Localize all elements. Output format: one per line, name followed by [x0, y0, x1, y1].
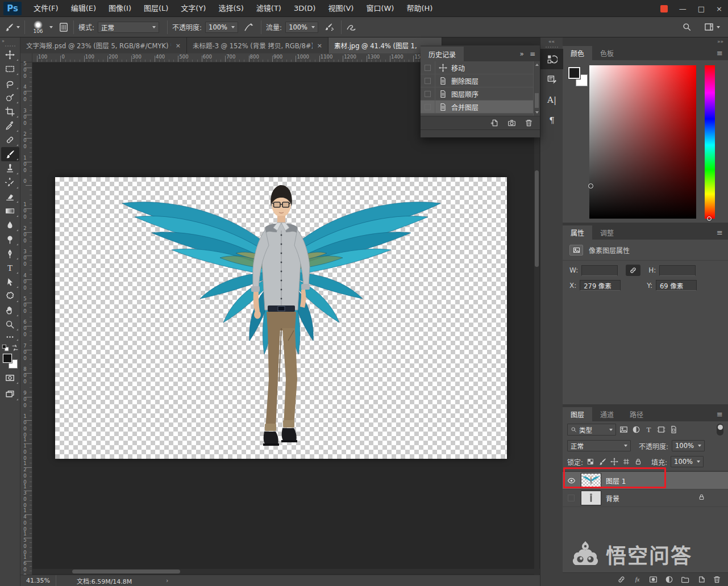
- maximize-button[interactable]: □: [698, 5, 705, 12]
- edit-toolbar-button[interactable]: [1, 332, 19, 342]
- history-step[interactable]: 移动: [421, 61, 540, 74]
- type-tool[interactable]: T: [1, 261, 19, 275]
- menu-item[interactable]: 选择(S): [212, 0, 249, 17]
- pressure-opacity-icon[interactable]: [244, 22, 254, 32]
- close-icon[interactable]: ×: [317, 42, 322, 49]
- trash-icon[interactable]: [713, 575, 721, 584]
- mask-icon[interactable]: [649, 575, 658, 584]
- paragraph-panel-button[interactable]: ¶: [540, 110, 563, 131]
- minimize-button[interactable]: —: [679, 5, 687, 12]
- pen-tool[interactable]: [1, 246, 19, 261]
- swap-colors-icon[interactable]: [11, 344, 19, 351]
- blend-mode-select[interactable]: 正常: [98, 22, 159, 33]
- gradient-tool[interactable]: [1, 204, 19, 218]
- lock-checker-icon[interactable]: [586, 458, 594, 466]
- panel-expand-icon[interactable]: »: [520, 50, 524, 58]
- layer-filter-toggle[interactable]: [717, 424, 723, 436]
- hue-slider[interactable]: [705, 65, 715, 219]
- airbrush-icon[interactable]: [324, 22, 334, 32]
- adjust-icon[interactable]: [665, 575, 673, 584]
- layer-thumbnail[interactable]: [581, 491, 601, 505]
- flow-select[interactable]: 100%: [285, 22, 318, 33]
- saturation-brightness-field[interactable]: [589, 65, 696, 219]
- close-icon[interactable]: ×: [176, 42, 181, 49]
- properties-panel-tab[interactable]: 属性: [563, 225, 592, 240]
- properties-panel-tab[interactable]: 调整: [592, 225, 622, 240]
- history-step[interactable]: 图层顺序: [421, 87, 540, 101]
- zoom-tool[interactable]: [1, 317, 19, 332]
- zoom-level-field[interactable]: 41.35%: [20, 575, 56, 586]
- foreground-background-swatches[interactable]: [3, 354, 18, 369]
- panel-menu-icon[interactable]: ≡: [530, 50, 535, 58]
- camera-icon[interactable]: [507, 119, 516, 127]
- newlayer-icon[interactable]: [697, 575, 705, 584]
- foreground-color-swatch[interactable]: [568, 67, 580, 79]
- layers-panel-tab[interactable]: 路径: [622, 407, 651, 421]
- layers-panel-tab[interactable]: 通道: [592, 407, 622, 421]
- tool-preset-picker[interactable]: [5, 23, 20, 32]
- brush-preset-picker[interactable]: 106: [30, 20, 53, 34]
- dodge-tool[interactable]: [1, 232, 19, 246]
- quick-select-tool[interactable]: [1, 90, 19, 104]
- link-icon[interactable]: [617, 575, 626, 584]
- document-canvas[interactable]: [55, 177, 507, 459]
- history-panel-tab[interactable]: 历史记录: [421, 47, 464, 61]
- history-panel-button[interactable]: [540, 49, 563, 69]
- screen-mode-button[interactable]: [1, 387, 19, 401]
- x-field[interactable]: 279 像素: [580, 280, 621, 291]
- canvas-viewport[interactable]: [32, 62, 540, 575]
- default-colors-icon[interactable]: [2, 344, 9, 351]
- panel-menu-icon[interactable]: ≡: [712, 228, 728, 240]
- menu-item[interactable]: 视图(V): [322, 0, 360, 17]
- adjust-filter-icon[interactable]: [632, 425, 640, 434]
- hue-cursor[interactable]: [707, 216, 712, 221]
- document-tab[interactable]: 文字海报.psd @ 23% (图层 5, RGB/8#/CMYK) *×: [20, 37, 187, 53]
- workspace-switcher[interactable]: [704, 22, 720, 32]
- smartobj-filter-icon[interactable]: [669, 425, 678, 434]
- layer-row[interactable]: 背景: [563, 489, 728, 507]
- marquee-tool[interactable]: [1, 62, 19, 76]
- history-resize-handle[interactable]: [421, 129, 540, 137]
- eraser-tool[interactable]: [1, 190, 19, 204]
- hand-tool[interactable]: [1, 303, 19, 317]
- menu-item[interactable]: 编辑(E): [65, 0, 102, 17]
- smoothing-icon[interactable]: [346, 22, 356, 32]
- history-source-checkbox[interactable]: [421, 101, 435, 113]
- shape-tool[interactable]: [1, 289, 19, 303]
- status-options-arrow[interactable]: ›: [166, 577, 168, 584]
- newdoc-icon[interactable]: [490, 119, 499, 127]
- lock-lock-icon[interactable]: [634, 458, 642, 466]
- toggle-brush-panel-button[interactable]: [59, 22, 69, 32]
- menu-item[interactable]: 3D(D): [288, 0, 322, 17]
- brush-tool[interactable]: [1, 147, 19, 161]
- folder-icon[interactable]: [681, 575, 689, 584]
- layer-visibility-toggle[interactable]: [566, 495, 576, 501]
- layer-opacity-select[interactable]: 100%: [672, 440, 705, 451]
- panel-menu-icon[interactable]: ≡: [712, 410, 728, 421]
- move-tool[interactable]: [1, 48, 19, 62]
- notes-panel-button[interactable]: [540, 69, 563, 90]
- layer-filter-select[interactable]: 类型: [567, 424, 616, 436]
- expand-dock-button[interactable]: »»: [563, 37, 728, 45]
- menu-item[interactable]: 文字(Y): [174, 0, 212, 17]
- lasso-tool[interactable]: [1, 76, 19, 90]
- lock-artboard-icon[interactable]: [622, 458, 630, 466]
- blur-tool[interactable]: [1, 218, 19, 232]
- layers-panel-tab[interactable]: 图层: [563, 407, 592, 421]
- history-brush-tool[interactable]: [1, 175, 19, 190]
- search-icon[interactable]: [682, 22, 692, 32]
- trash-icon[interactable]: [525, 119, 533, 127]
- toolbar-expand-button[interactable]: »: [0, 37, 20, 44]
- layer-fill-select[interactable]: 100%: [671, 456, 704, 467]
- menu-item[interactable]: 窗口(W): [360, 0, 400, 17]
- link-dimensions-button[interactable]: [626, 265, 640, 276]
- foreground-color-swatch[interactable]: [3, 354, 12, 363]
- menu-item[interactable]: 滤镜(T): [250, 0, 288, 17]
- clone-stamp-tool[interactable]: [1, 161, 19, 175]
- eyedropper-tool[interactable]: [1, 119, 19, 133]
- history-scrollbar[interactable]: [533, 61, 540, 116]
- close-button[interactable]: ×: [716, 5, 722, 12]
- color-swatch-pair[interactable]: [568, 67, 592, 91]
- image-filter-icon[interactable]: [619, 425, 628, 434]
- history-source-checkbox[interactable]: [421, 61, 435, 74]
